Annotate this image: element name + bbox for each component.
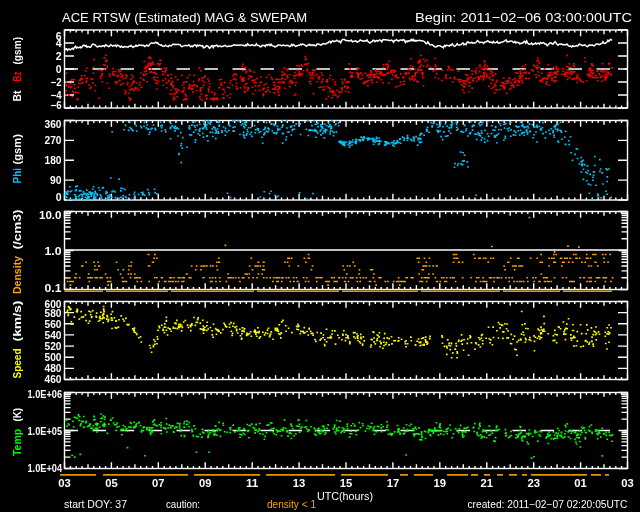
svg-text:(/cm3): (/cm3): [11, 210, 23, 250]
svg-text:−2: −2: [51, 76, 62, 88]
svg-text:ACE RTSW (Estimated) MAG & SWE: ACE RTSW (Estimated) MAG & SWEPAM: [62, 10, 307, 25]
svg-text:15: 15: [340, 477, 353, 489]
svg-text:580: 580: [45, 307, 62, 319]
svg-text:(K): (K): [11, 408, 23, 422]
svg-text:4: 4: [56, 37, 62, 49]
svg-text:density < 1: density < 1: [267, 499, 316, 510]
svg-text:10.0: 10.0: [39, 209, 62, 221]
svg-text:1.0E+06: 1.0E+06: [28, 388, 63, 400]
svg-text:Speed: Speed: [11, 349, 23, 379]
svg-text:2: 2: [56, 50, 62, 62]
svg-text:90: 90: [50, 174, 62, 186]
svg-text:Bt: Bt: [11, 90, 23, 101]
svg-text:03: 03: [621, 477, 634, 489]
svg-text:1.0E+05: 1.0E+05: [28, 425, 63, 437]
svg-text:0: 0: [56, 191, 62, 203]
svg-text:start DOY: 37: start DOY: 37: [64, 499, 127, 510]
svg-text:270: 270: [45, 134, 62, 146]
svg-text:13: 13: [293, 477, 306, 489]
svg-text:17: 17: [387, 477, 400, 489]
svg-text:(gsm): (gsm): [11, 134, 23, 165]
svg-text:360: 360: [45, 118, 62, 130]
svg-text:540: 540: [45, 329, 62, 341]
svg-text:Phi: Phi: [11, 168, 23, 184]
svg-text:11: 11: [246, 477, 259, 489]
svg-text:created: 2011−02−07 02:20:05UT: created: 2011−02−07 02:20:05UTC: [468, 499, 628, 510]
svg-text:Bz: Bz: [11, 72, 23, 82]
svg-text:Temp: Temp: [11, 429, 23, 456]
svg-text:19: 19: [434, 477, 447, 489]
svg-text:0.1: 0.1: [45, 282, 62, 294]
svg-text:Begin: 2011−02−06 03:00:00UTC: Begin: 2011−02−06 03:00:00UTC: [415, 10, 632, 25]
svg-text:460: 460: [45, 373, 62, 385]
svg-text:−6: −6: [51, 99, 62, 111]
svg-text:07: 07: [152, 477, 165, 489]
svg-text:caution:: caution:: [166, 499, 200, 510]
svg-text:180: 180: [45, 154, 62, 166]
svg-text:500: 500: [45, 351, 62, 363]
svg-text:21: 21: [481, 477, 494, 489]
svg-text:1.0: 1.0: [45, 245, 62, 257]
svg-text:(km/s): (km/s): [11, 301, 23, 342]
svg-text:(gsm): (gsm): [11, 37, 23, 65]
svg-text:1.0E+04: 1.0E+04: [28, 462, 63, 474]
svg-text:01: 01: [574, 477, 587, 489]
svg-text:UTC(hours): UTC(hours): [317, 491, 373, 502]
svg-text:09: 09: [199, 477, 212, 489]
svg-text:23: 23: [527, 477, 540, 489]
svg-text:03: 03: [58, 477, 71, 489]
svg-text:05: 05: [105, 477, 118, 489]
svg-text:0: 0: [56, 63, 62, 75]
svg-text:Density: Density: [11, 256, 23, 294]
